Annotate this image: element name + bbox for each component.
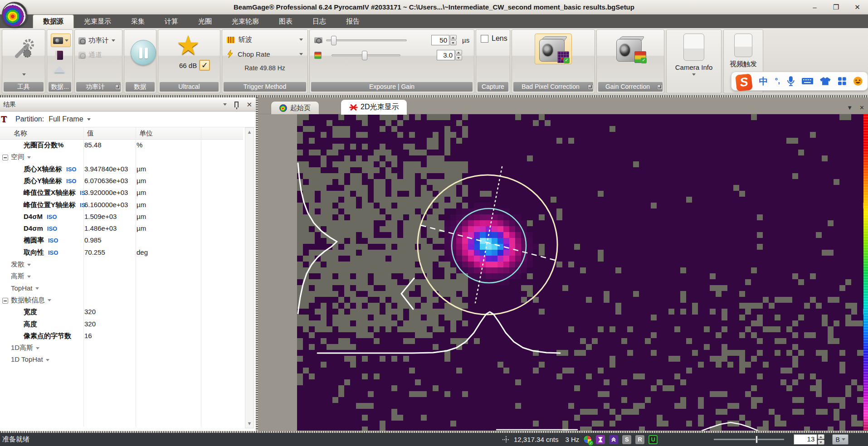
column-name[interactable]: 名称	[14, 129, 27, 138]
menu-tab-7[interactable]: 日志	[302, 15, 336, 28]
panel-close-icon[interactable]: ✕	[246, 97, 252, 112]
group-label-capture[interactable]: Capture	[478, 82, 508, 92]
emoji-icon[interactable]	[853, 76, 863, 86]
group-label-power-meter[interactable]: 功率计	[76, 82, 121, 92]
group-label-data-source[interactable]: 数据...	[49, 82, 71, 92]
gain-correction-button[interactable]: ✓	[616, 36, 644, 62]
lens-option[interactable]: Lens	[481, 34, 507, 43]
group-label-ultracal[interactable]: Ultracal	[160, 82, 219, 92]
menu-tab-2[interactable]: 采集	[121, 15, 155, 28]
result-row-15[interactable]: 高度320	[0, 319, 243, 330]
collapse-expander-icon[interactable]	[2, 298, 8, 304]
group-row-label[interactable]: TopHat	[11, 284, 39, 292]
result-row-13[interactable]: 数据帧信息	[0, 295, 243, 306]
result-row-3[interactable]: 质心Y轴坐标ISO6.070636e+03µm	[0, 175, 243, 187]
exposure-spin-up[interactable]	[450, 35, 457, 40]
zoom-spin-up[interactable]	[818, 434, 824, 439]
beam-display-2d[interactable]	[297, 114, 863, 431]
result-row-8[interactable]: 椭圆率ISO0.985	[0, 235, 243, 247]
group-label-trigger-method[interactable]: Trigger Method	[224, 82, 306, 92]
chop-rate-item[interactable]: Chop Rate	[227, 50, 303, 58]
chop-item[interactable]: 斩波	[227, 35, 303, 44]
group-label-tools[interactable]: 工具	[4, 82, 44, 92]
power-meter-dialog-launcher[interactable]	[115, 84, 121, 90]
channel-item[interactable]: 通道	[78, 51, 102, 59]
partition-dropdown-arrow[interactable]	[87, 118, 91, 121]
partition-value[interactable]: Full Frame	[49, 115, 83, 123]
group-row-label[interactable]: 1D高斯	[11, 344, 39, 352]
menu-tab-0[interactable]: 数据源	[33, 15, 74, 28]
result-row-17[interactable]: 1D高斯	[0, 342, 243, 354]
priority-chevrons-icon[interactable]	[609, 435, 618, 444]
gain-value-input[interactable]: 3.0	[437, 50, 455, 60]
close-button[interactable]: ✕	[847, 0, 868, 14]
result-row-4[interactable]: 峰值位置X轴坐标IS3.920000e+03µm	[0, 187, 243, 199]
camera-info-button[interactable]	[683, 34, 704, 61]
file-source-icon[interactable]	[55, 51, 63, 60]
group-dropdown-arrow[interactable]	[35, 287, 39, 290]
exposure-value-input[interactable]: 50	[431, 35, 449, 45]
b-dropdown[interactable]: B	[832, 434, 848, 445]
sogou-logo-icon[interactable]: S	[735, 73, 753, 92]
menu-tab-5[interactable]: 光束轮廓	[222, 15, 269, 28]
camera-dropdown-arrow[interactable]	[65, 39, 68, 42]
group-row-label[interactable]: 数据帧信息	[11, 296, 51, 305]
exposure-slider-thumb[interactable]	[331, 36, 336, 45]
hourglass-status-icon[interactable]	[596, 435, 605, 444]
menu-tab-1[interactable]: 光束显示	[74, 15, 121, 28]
color-scale-bar[interactable]	[863, 114, 868, 431]
group-row-label[interactable]: 发散	[11, 260, 31, 269]
menu-tab-4[interactable]: 光圈	[188, 15, 222, 28]
keyboard-icon[interactable]	[802, 77, 814, 85]
camera-source-button[interactable]	[51, 34, 71, 47]
maximize-button[interactable]: ❐	[825, 0, 847, 14]
collapse-expander-icon[interactable]	[2, 155, 8, 160]
zoom-slider[interactable]	[714, 439, 784, 440]
chop-rate-dropdown-arrow[interactable]	[299, 53, 303, 55]
camera-info-dropdown-arrow[interactable]	[692, 73, 696, 76]
result-row-16[interactable]: 像素点的字节数16	[0, 330, 243, 342]
gain-slider[interactable]	[332, 54, 400, 56]
gain-correction-dialog-launcher[interactable]	[657, 84, 663, 90]
pin-icon[interactable]	[234, 102, 239, 107]
menu-tab-8[interactable]: 报告	[336, 15, 370, 28]
menu-tab-6[interactable]: 图表	[269, 15, 302, 28]
bad-pixel-dialog-launcher[interactable]	[588, 84, 593, 90]
tab-2d-beam-display[interactable]: 2D光束显示	[341, 99, 407, 115]
result-row-7[interactable]: D4σmISO1.486e+03µm	[0, 223, 243, 235]
menu-tab-3[interactable]: 计算	[155, 15, 188, 28]
microphone-icon[interactable]	[787, 76, 795, 87]
bad-pixel-correction-button[interactable]: ✓	[535, 34, 572, 64]
group-dropdown-arrow[interactable]	[27, 264, 31, 266]
result-row-12[interactable]: TopHat	[0, 283, 243, 295]
group-dropdown-arrow[interactable]	[27, 156, 31, 159]
result-row-2[interactable]: 质心X轴坐标ISO3.947840e+03µm	[0, 164, 243, 175]
result-row-18[interactable]: 1D TopHat	[0, 354, 243, 366]
scroll-down-icon[interactable]: ▼	[246, 420, 253, 427]
group-dropdown-arrow[interactable]	[36, 347, 39, 349]
tools-dropdown-arrow[interactable]	[22, 73, 26, 76]
minimize-button[interactable]: –	[804, 0, 825, 14]
group-label-exposure-gain[interactable]: Exposure | Gain	[311, 82, 473, 92]
group-dropdown-arrow[interactable]	[48, 299, 51, 301]
scroll-up-icon[interactable]: ▲	[246, 128, 253, 136]
video-trigger-button[interactable]	[734, 34, 752, 57]
exposure-spin-down[interactable]	[450, 40, 457, 45]
prism-source-icon[interactable]	[54, 66, 65, 73]
ime-language-toggle[interactable]: 中	[759, 75, 768, 87]
group-dropdown-arrow[interactable]	[46, 359, 49, 361]
ultracal-star-icon[interactable]: ★	[176, 32, 200, 59]
result-row-0[interactable]: 光圈百分数%85.48%	[0, 140, 243, 151]
r-status-badge[interactable]: R	[635, 435, 644, 444]
result-row-1[interactable]: 空间	[0, 151, 243, 163]
column-unit[interactable]: 单位	[139, 129, 153, 138]
s-status-badge[interactable]: S	[622, 435, 631, 444]
zoom-spin-down[interactable]	[818, 440, 824, 445]
result-row-6[interactable]: D4σMISO1.509e+03µm	[0, 211, 243, 223]
power-meter-dropdown-arrow[interactable]	[112, 39, 115, 42]
gain-spin-up[interactable]	[455, 50, 462, 55]
chop-dropdown-arrow[interactable]	[299, 39, 303, 41]
result-row-10[interactable]: 发散	[0, 259, 243, 271]
power-meter-item[interactable]: 功率计	[78, 36, 115, 45]
group-row-label[interactable]: 空间	[11, 153, 31, 161]
